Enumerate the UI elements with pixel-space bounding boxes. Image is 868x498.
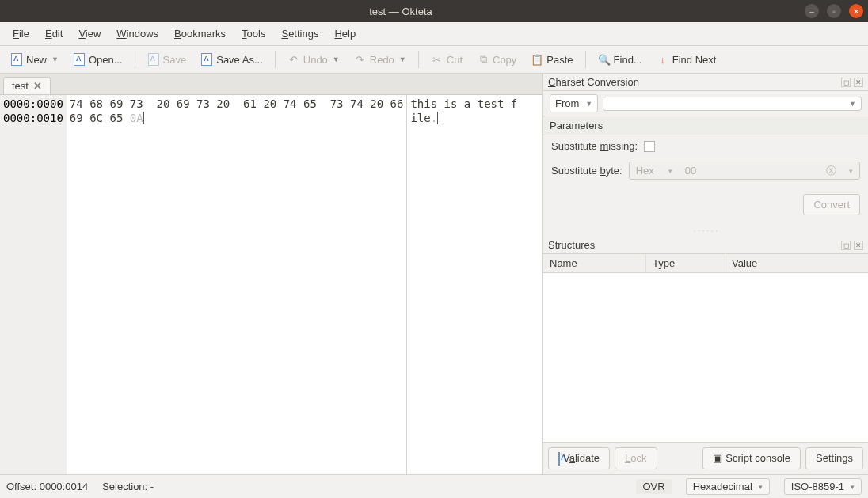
- toolbar: New ▼ Open... Save Save As... ↶ Undo ▼ ↷…: [0, 46, 868, 74]
- open-label: Open...: [89, 54, 123, 66]
- lock-label: Lock: [625, 452, 646, 464]
- separator: [418, 51, 419, 68]
- structures-table[interactable]: Name Type Value: [543, 254, 868, 442]
- script-console-label: Script console: [725, 452, 790, 464]
- undo-button[interactable]: ↶ Undo ▼: [282, 49, 345, 70]
- direction-combo[interactable]: From ▼: [550, 94, 598, 112]
- tabstrip: test ✕: [0, 74, 542, 95]
- menu-bookmarks[interactable]: Bookmarks: [168, 25, 232, 42]
- document-icon: [558, 453, 560, 465]
- splitter-handle[interactable]: · · · · · ·: [543, 225, 868, 237]
- close-icon[interactable]: ✕: [854, 241, 863, 250]
- paste-button[interactable]: 📋 Paste: [525, 49, 578, 70]
- window-close-button[interactable]: ✕: [849, 4, 863, 18]
- lock-button[interactable]: Lock: [615, 447, 657, 469]
- undock-icon[interactable]: ◻: [841, 78, 851, 87]
- undo-icon: ↶: [287, 53, 300, 66]
- menu-file[interactable]: File: [6, 25, 36, 42]
- dropdown-icon: ▼: [333, 55, 340, 63]
- settings-button[interactable]: Settings: [805, 447, 863, 469]
- substitute-byte-label: Substitute byte:: [551, 165, 622, 177]
- col-type[interactable]: Type: [646, 254, 725, 272]
- clear-icon[interactable]: ⓧ: [821, 164, 841, 178]
- titlebar: test — Okteta – ▫ ✕: [0, 0, 868, 22]
- ascii-row[interactable]: this is a test f: [410, 97, 517, 111]
- find-next-button[interactable]: ↓ Find Next: [651, 49, 722, 70]
- ascii-row[interactable]: ile.: [410, 111, 517, 125]
- find-label: Find...: [614, 54, 642, 66]
- close-icon[interactable]: ✕: [33, 80, 42, 92]
- substitute-byte-input[interactable]: Hex ▾ 00 ⓧ ▾: [629, 162, 860, 180]
- separator: [275, 51, 276, 68]
- undo-label: Undo: [303, 54, 328, 66]
- menu-edit[interactable]: Edit: [39, 25, 69, 42]
- encoding-combo[interactable]: ISO-8859-1 ▾: [784, 478, 862, 495]
- ascii-column[interactable]: this is a test file.: [406, 95, 520, 474]
- parameters-heading: Parameters: [543, 116, 868, 135]
- statusbar: Offset: 0000:0014 Selection: - OVR Hexad…: [0, 474, 868, 498]
- redo-button[interactable]: ↷ Redo ▼: [348, 49, 412, 70]
- document-icon: [10, 53, 23, 66]
- dropdown-icon: ▼: [399, 55, 406, 63]
- byte-row[interactable]: 69 6C 65 0A: [70, 111, 404, 125]
- settings-label: Settings: [816, 452, 853, 464]
- open-button[interactable]: Open...: [67, 49, 128, 70]
- tab-label: test: [12, 80, 29, 92]
- overwrite-indicator[interactable]: OVR: [636, 479, 671, 494]
- save-button[interactable]: Save: [142, 49, 192, 70]
- redo-label: Redo: [370, 54, 394, 66]
- col-name[interactable]: Name: [543, 254, 646, 272]
- cut-button[interactable]: ✂ Cut: [425, 49, 468, 70]
- menu-view[interactable]: View: [72, 25, 107, 42]
- script-console-button[interactable]: ▣Script console: [702, 447, 801, 469]
- offset: 0000:0010: [3, 111, 63, 125]
- bytes-column[interactable]: 74 68 69 73 20 69 73 20 61 20 74 65 73 7…: [67, 95, 407, 474]
- menu-tools[interactable]: Tools: [235, 25, 272, 42]
- charset-combo[interactable]: ▼: [603, 97, 862, 111]
- structures-panel-header: Structures ◻ ✕: [543, 237, 868, 254]
- document-icon: [147, 53, 160, 66]
- save-as-button[interactable]: Save As...: [195, 49, 268, 70]
- dropdown-icon: ▼: [849, 100, 856, 108]
- save-as-label: Save As...: [216, 54, 263, 66]
- status-offset: Offset: 0000:0014: [6, 481, 88, 492]
- paste-label: Paste: [546, 54, 573, 66]
- search-icon: 🔍: [598, 53, 611, 66]
- scissors-icon: ✂: [431, 53, 444, 66]
- dropdown-icon: ▾: [851, 483, 855, 491]
- new-label: New: [26, 54, 47, 66]
- arrow-down-icon: ↓: [657, 53, 669, 66]
- convert-button[interactable]: Convert: [803, 194, 860, 215]
- terminal-icon: ▣: [713, 452, 722, 464]
- window-minimize-button[interactable]: –: [805, 4, 819, 18]
- file-tab[interactable]: test ✕: [3, 77, 51, 94]
- new-button[interactable]: New ▼: [5, 49, 64, 70]
- close-icon[interactable]: ✕: [854, 78, 863, 87]
- substitute-missing-checkbox[interactable]: [644, 141, 655, 152]
- col-value[interactable]: Value: [725, 254, 868, 272]
- base-combo[interactable]: Hexadecimal ▾: [686, 478, 770, 495]
- document-icon: [200, 53, 213, 66]
- find-button[interactable]: 🔍 Find...: [592, 49, 648, 70]
- offset-column: 0000:0000 0000:0010: [0, 95, 67, 474]
- validate-label: Validate: [563, 452, 600, 464]
- menu-help[interactable]: Help: [328, 25, 362, 42]
- document-icon: [73, 53, 86, 66]
- copy-button[interactable]: ⧉ Copy: [471, 49, 522, 70]
- validate-button[interactable]: Validate: [548, 447, 610, 469]
- undock-icon[interactable]: ◻: [841, 241, 851, 250]
- charset-panel-header: Charset Conversion ◻ ✕: [543, 74, 868, 91]
- save-label: Save: [163, 54, 187, 66]
- menu-windows[interactable]: Windows: [110, 25, 165, 42]
- dropdown-icon: ▾: [843, 165, 859, 177]
- window-maximize-button[interactable]: ▫: [827, 4, 841, 18]
- dropdown-icon: ▾: [662, 165, 679, 177]
- from-label: From: [555, 97, 579, 109]
- menu-settings[interactable]: Settings: [275, 25, 325, 42]
- hex-hint: Hex: [630, 162, 661, 179]
- hex-editor[interactable]: 0000:0000 0000:0010 74 68 69 73 20 69 73…: [0, 95, 542, 474]
- byte-row[interactable]: 74 68 69 73 20 69 73 20 61 20 74 65 73 7…: [70, 97, 404, 111]
- substitute-missing-label: Substitute missing:: [551, 140, 638, 152]
- clipboard-icon: 📋: [531, 53, 543, 66]
- encoding-label: ISO-8859-1: [791, 481, 844, 492]
